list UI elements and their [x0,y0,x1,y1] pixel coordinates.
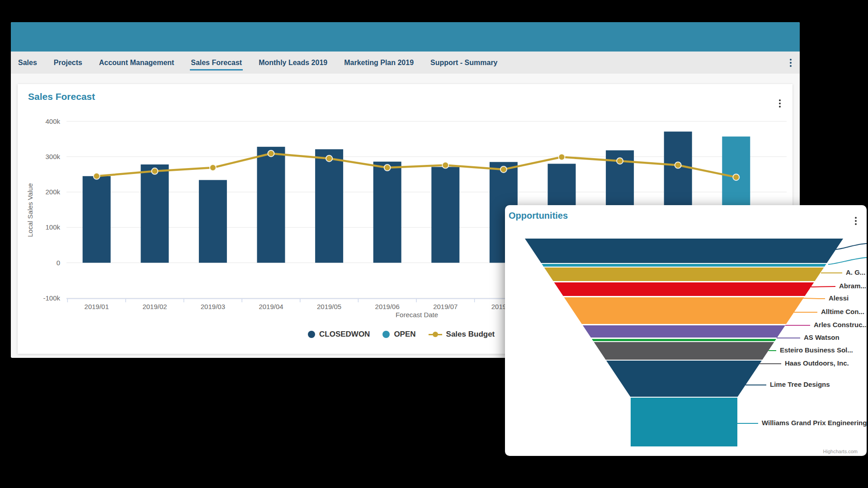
svg-text:Abram...: Abram... [839,282,866,290]
svg-text:-100k: -100k [43,294,60,302]
svg-text:Williams Grand Prix Engineerin: Williams Grand Prix Engineering [762,419,867,427]
nav-item-sales-forecast[interactable]: Sales Forecast [190,56,243,70]
main-navbar: SalesProjectsAccount ManagementSales For… [11,52,800,74]
svg-text:Esteiro Business Sol...: Esteiro Business Sol... [780,346,853,354]
nav-item-monthly-leads-2019[interactable]: Monthly Leads 2019 [258,56,328,70]
svg-text:2019/01: 2019/01 [85,303,109,310]
svg-text:2019/06: 2019/06 [375,303,400,310]
legend-label: Sales Budget [446,330,495,339]
legend-item-closedwon[interactable]: CLOSEDWON [308,330,370,339]
svg-text:Alltime Con...: Alltime Con... [821,308,864,315]
svg-text:2019/03: 2019/03 [201,303,225,310]
opportunities-funnel-chart[interactable]: A. G...Abram...AlessiAlltime Con...Arles… [505,205,867,456]
svg-text:0: 0 [57,259,60,267]
svg-text:Local Sales Value: Local Sales Value [26,183,34,237]
svg-text:A. G...: A. G... [846,268,865,276]
svg-text:400k: 400k [45,117,60,125]
svg-text:2019/02: 2019/02 [142,303,167,310]
closedwon-marker-icon [308,331,315,338]
nav-item-marketing-plan-2019[interactable]: Marketing Plan 2019 [343,56,415,70]
legend-item-open[interactable]: OPEN [382,330,415,339]
app-titlebar [11,22,800,52]
svg-text:100k: 100k [45,223,60,231]
svg-text:200k: 200k [45,188,60,196]
chart-legend: CLOSEDWON OPEN Sales Budget [308,330,495,339]
svg-text:300k: 300k [45,153,60,160]
nav-item-account-management[interactable]: Account Management [98,56,175,70]
sales-budget-marker-icon [429,331,442,338]
highcharts-watermark: Highcharts.com [823,449,858,454]
svg-text:Haas Outdoors, Inc.: Haas Outdoors, Inc. [785,359,849,367]
svg-text:Lime Tree Designs: Lime Tree Designs [770,380,830,388]
svg-text:2019/07: 2019/07 [433,303,458,310]
x-axis-title: Forecast Date [372,311,462,319]
legend-item-sales-budget[interactable]: Sales Budget [429,330,495,339]
svg-text:Arles Construc...: Arles Construc... [814,321,867,328]
nav-item-sales[interactable]: Sales [17,56,38,70]
svg-text:2019/04: 2019/04 [259,303,283,310]
open-marker-icon [382,331,390,338]
opportunities-card: Opportunities A. G...Abram...AlessiAllti… [505,205,867,456]
legend-label: CLOSEDWON [319,330,370,339]
svg-text:AS Watson: AS Watson [804,333,840,341]
svg-text:2019/05: 2019/05 [317,303,341,310]
nav-item-support-summary[interactable]: Support - Summary [429,56,498,70]
nav-item-projects[interactable]: Projects [53,56,83,70]
legend-label: OPEN [394,330,415,339]
nav-items: SalesProjectsAccount ManagementSales For… [17,56,788,70]
nav-overflow-menu-icon[interactable] [788,57,793,69]
svg-text:Alessi: Alessi [829,294,849,302]
